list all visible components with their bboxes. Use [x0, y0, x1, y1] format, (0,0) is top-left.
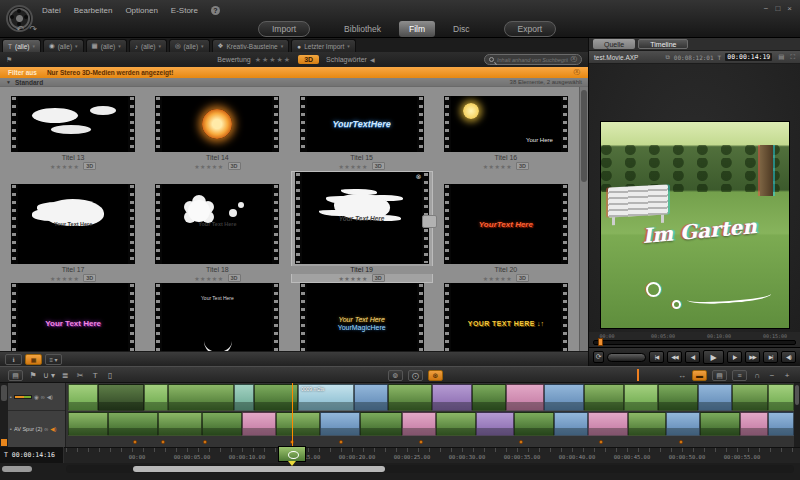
rating-stars[interactable]: ★★★★★: [483, 275, 512, 282]
help-icon[interactable]: ?: [211, 6, 220, 15]
vscrollbar-thumb[interactable]: [795, 385, 799, 405]
clip[interactable]: [768, 384, 794, 411]
camera-icon[interactable]: ◉: [34, 394, 39, 400]
timeline-marker[interactable]: [133, 440, 137, 444]
play-button[interactable]: ▶: [703, 350, 724, 364]
clip[interactable]: [360, 412, 402, 436]
library-item[interactable]: YourTextHereTitel 15★★★★★3D: [291, 87, 433, 171]
zoom-out-icon[interactable]: −: [767, 371, 777, 380]
rating-stars[interactable]: ★★★★★: [483, 163, 512, 170]
thumbnail[interactable]: Your Here: [444, 96, 568, 152]
view-film-icon[interactable]: ▬: [692, 370, 707, 381]
timeline-marker[interactable]: [679, 440, 683, 444]
scrubber-position-marker[interactable]: [598, 338, 603, 346]
filter-tab-videos[interactable]: ◉(alle)▾: [43, 39, 84, 52]
search-clear-icon[interactable]: ⓧ: [571, 55, 578, 64]
timeline-marker[interactable]: [419, 440, 423, 444]
clip[interactable]: [740, 412, 768, 436]
rail-handle[interactable]: [1, 385, 7, 401]
clip[interactable]: [666, 412, 700, 436]
stereo3d-filter-button[interactable]: 3D: [298, 55, 319, 64]
track-1-lane[interactable]: 0009.m2ts: [66, 384, 794, 411]
tab-disc[interactable]: Disc: [443, 21, 480, 37]
clip[interactable]: [506, 384, 544, 411]
track-2-lane[interactable]: [66, 412, 794, 436]
thumbnail[interactable]: Your Text HereYourMagicHere: [300, 283, 424, 351]
library-item[interactable]: Your Text HereTitel 18★★★★★3D: [146, 171, 288, 283]
link-icon[interactable]: ∞: [41, 394, 45, 400]
preview-tab-quelle[interactable]: Quelle: [593, 39, 635, 49]
clip[interactable]: [98, 384, 144, 411]
menu-e-store[interactable]: E-Store: [171, 6, 198, 15]
thumbnail[interactable]: Your Text Here: [11, 184, 135, 264]
clip[interactable]: [432, 384, 472, 411]
filter-tab-last-import[interactable]: ●Letzter Import▾: [291, 39, 356, 52]
rating-stars[interactable]: ★★★★★: [338, 275, 367, 282]
fast-back-button[interactable]: ◀◀: [667, 351, 682, 363]
timeline-hscrollbar[interactable]: [66, 465, 794, 473]
tab-export[interactable]: Export: [504, 21, 557, 37]
clip[interactable]: [320, 412, 360, 436]
view-list-icon[interactable]: ≡: [732, 370, 747, 381]
timeline-marker[interactable]: [203, 440, 207, 444]
info-view-button[interactable]: ℹ: [5, 354, 22, 365]
clip[interactable]: [354, 384, 388, 411]
filter-tab-creative[interactable]: ❖Kreativ-Bausteine▾: [212, 39, 290, 52]
thumbnail[interactable]: [11, 96, 135, 152]
thumbnail-view-button[interactable]: ▦: [25, 354, 42, 365]
clip[interactable]: [588, 412, 628, 436]
menu-optionen[interactable]: Optionen: [125, 6, 157, 15]
clip[interactable]: [202, 412, 242, 436]
library-item[interactable]: Your Text HereTitel 21★★★★★3D: [2, 283, 144, 351]
clip[interactable]: [168, 384, 234, 411]
storyboard-toggle-icon[interactable]: ▤: [8, 370, 23, 381]
list-view-button[interactable]: ≡ ▾: [45, 354, 62, 365]
library-item[interactable]: Titel 13★★★★★3D: [2, 87, 144, 171]
marker-icon[interactable]: ⚑: [28, 371, 38, 380]
rating-stars[interactable]: ★★★★★: [50, 163, 79, 170]
group-collapse-icon[interactable]: ▼: [6, 79, 11, 85]
preview-tab-timeline[interactable]: Timeline: [638, 39, 688, 49]
clip[interactable]: [108, 412, 158, 436]
clip[interactable]: [698, 384, 732, 411]
library-item[interactable]: Your Text Here⊗Titel 19★★★★★3D: [291, 171, 433, 283]
thumbnail[interactable]: YOUR TEXT HERE↓↑: [444, 283, 568, 351]
hscrollbar-thumb[interactable]: [133, 466, 385, 472]
search-input[interactable]: [497, 57, 568, 63]
clip[interactable]: [436, 412, 476, 436]
thumbnail[interactable]: YourText Here: [444, 184, 568, 264]
timeline-marker[interactable]: [161, 440, 165, 444]
clip[interactable]: [68, 384, 98, 411]
microphone-icon[interactable]: ⨀: [408, 370, 423, 381]
library-item[interactable]: Your Text HereTitel 17★★★★★3D: [2, 171, 144, 283]
filter-off-link[interactable]: Filter aus: [8, 69, 37, 76]
fullscreen-icon[interactable]: ⛶: [790, 53, 795, 61]
trash-icon[interactable]: ▯: [105, 371, 115, 380]
clip[interactable]: [732, 384, 768, 411]
detach-monitor-icon[interactable]: ▤: [778, 53, 784, 61]
library-scrollbar[interactable]: [579, 87, 588, 351]
speaker-icon[interactable]: ◀): [47, 394, 53, 400]
tab-film[interactable]: Film: [399, 21, 435, 37]
audio-mixer-icon[interactable]: ≣: [60, 371, 70, 380]
webcam-icon[interactable]: ⊚: [388, 370, 403, 381]
thumbnail[interactable]: [155, 96, 279, 152]
clip[interactable]: 0009.m2ts: [298, 384, 354, 411]
thumbnail[interactable]: Your Text Here: [155, 283, 279, 351]
clip[interactable]: [144, 384, 168, 411]
redo-icon[interactable]: ↷: [30, 24, 38, 34]
menu-bearbeiten[interactable]: Bearbeiten: [74, 6, 113, 15]
rating-stars[interactable]: ★★★★★: [50, 275, 79, 282]
scrollbar-thumb[interactable]: [581, 90, 587, 182]
timeline-marker[interactable]: [599, 440, 603, 444]
speaker-icon[interactable]: ◀): [50, 426, 56, 432]
skip-end-button[interactable]: ▶|: [763, 351, 778, 363]
magnet-icon[interactable]: ∪ ▾: [43, 371, 55, 380]
preview-scrubber[interactable]: 00:0000:05:0000:10:0000:15:00: [593, 333, 796, 346]
rating-stars[interactable]: ★★★★★: [194, 275, 223, 282]
clip[interactable]: [584, 384, 624, 411]
drag-handle[interactable]: [422, 215, 437, 228]
library-item[interactable]: Titel 14★★★★★3D: [146, 87, 288, 171]
filter-tab-titles[interactable]: T(alle)▾: [2, 39, 41, 52]
link-icon[interactable]: ∞: [44, 426, 48, 432]
